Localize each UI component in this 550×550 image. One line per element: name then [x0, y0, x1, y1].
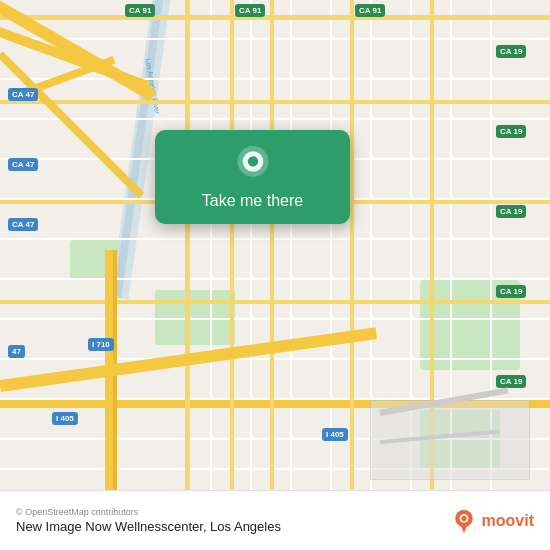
svg-marker-6 [460, 524, 467, 533]
shield-i405-left: I 405 [52, 412, 78, 425]
map-view[interactable]: Los Angeles River [0, 0, 550, 490]
svg-point-5 [461, 515, 466, 520]
shield-i405-center: I 405 [322, 428, 348, 441]
shield-ca47-2: CA 47 [8, 158, 38, 171]
shield-ca47-1: CA 47 [8, 88, 38, 101]
shield-47-bottom: 47 [8, 345, 25, 358]
shield-ca19-3: CA 19 [496, 205, 526, 218]
moovit-brand-text: moovit [482, 512, 534, 530]
shield-ca91-1: CA 91 [125, 4, 155, 17]
shield-ca19-2: CA 19 [496, 125, 526, 138]
shield-ca47-3: CA 47 [8, 218, 38, 231]
shield-ca91-2: CA 91 [235, 4, 265, 17]
shield-ca19-1: CA 19 [496, 45, 526, 58]
moovit-logo: moovit [450, 507, 534, 535]
location-info: © OpenStreetMap contributors New Image N… [16, 507, 281, 534]
shield-ca19-5: CA 19 [496, 375, 526, 388]
bottom-info-bar: © OpenStreetMap contributors New Image N… [0, 490, 550, 550]
shield-i710: I 710 [88, 338, 114, 351]
moovit-pin-icon [450, 507, 478, 535]
shield-ca19-4: CA 19 [496, 285, 526, 298]
attribution-text: © OpenStreetMap contributors [16, 507, 281, 517]
street-grid: Los Angeles River [0, 0, 550, 490]
shield-ca91-3: CA 91 [355, 4, 385, 17]
location-name-text: New Image Now Wellnesscenter, Los Angele… [16, 519, 281, 534]
location-pin-icon [235, 146, 271, 182]
navigation-popup: Take me there [155, 130, 350, 224]
svg-point-2 [247, 156, 257, 166]
take-me-there-button[interactable]: Take me there [202, 192, 303, 210]
